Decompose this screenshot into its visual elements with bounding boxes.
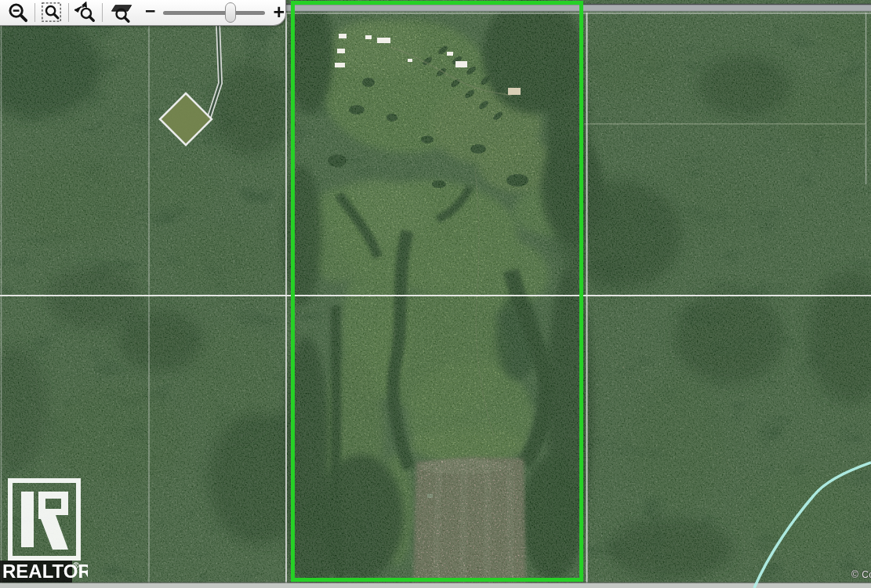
magnifier-arrows-icon [74, 2, 96, 24]
realtor-logo: REALTOR ® [0, 474, 88, 586]
zoom-slider-track[interactable] [163, 2, 265, 23]
realtor-r-glyph [38, 492, 68, 550]
registered-trademark-symbol: ® [73, 561, 79, 570]
property-boundary [291, 1, 583, 582]
toolbar-separator [102, 3, 103, 22]
zoom-slider-handle[interactable] [225, 2, 236, 23]
map-viewport[interactable]: − + REALTOR ® © Co [0, 0, 871, 588]
magnifier-marquee-icon [41, 2, 63, 24]
toolbar-separator [34, 3, 35, 22]
zoom-slider-rail [163, 11, 265, 15]
magnifier-flag-icon [109, 2, 135, 24]
map-attribution: © Co [851, 569, 871, 580]
pan-zoom-button[interactable] [72, 1, 99, 24]
zoom-toolbar: − + [0, 0, 286, 26]
magnifier-minus-icon [8, 2, 29, 24]
toolbar-separator [68, 3, 69, 22]
zoom-step-out-label[interactable]: − [145, 2, 155, 20]
zoom-out-button[interactable] [5, 1, 31, 24]
zoom-step-in-label[interactable]: + [273, 2, 285, 22]
zoom-extent-button[interactable] [106, 1, 137, 24]
zoom-rectangle-button[interactable] [38, 1, 65, 24]
